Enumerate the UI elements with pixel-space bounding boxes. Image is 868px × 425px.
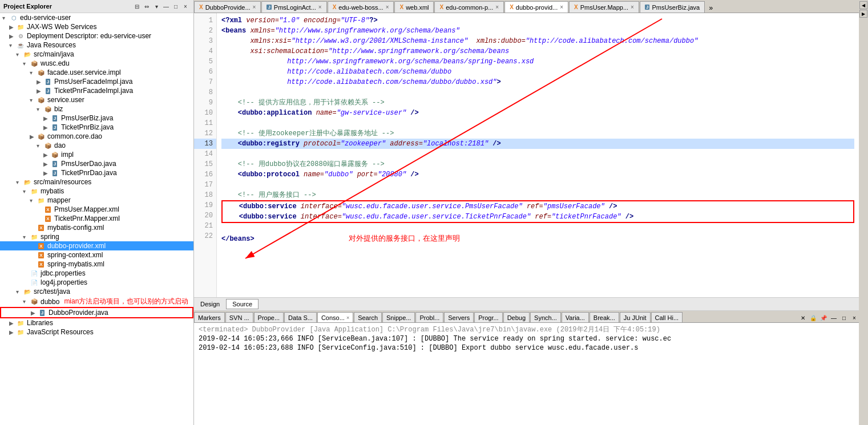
tab-close-button[interactable]: × — [318, 4, 322, 10]
tree-item-service-user[interactable]: ▾ 📦 service.user — [0, 95, 193, 104]
tree-item-dubbo-provider-java[interactable]: ▶ J DubboProvider.java — [0, 307, 193, 318]
tab-svn[interactable]: SVN ... — [225, 312, 253, 322]
tab-problems[interactable]: Probl... — [415, 312, 443, 322]
tab-breakpoints[interactable]: Break... — [590, 312, 619, 322]
tab-label: PmsLoginAct... — [274, 4, 316, 11]
tab-close-button[interactable]: × — [386, 4, 389, 10]
tree-item-ticket-biz[interactable]: ▶ J TicketPnrBiz.java — [0, 123, 193, 132]
tree-arrow: ▶ — [37, 79, 43, 85]
right-btn-1[interactable]: ◀ — [859, 1, 867, 9]
tree-item-spring-context[interactable]: X spring-context.xml — [0, 250, 193, 260]
tree-item-log4j-props[interactable]: 📄 log4j.properties — [0, 278, 193, 287]
tab-overflow-button[interactable]: » — [705, 5, 716, 13]
panel-minimize-button[interactable]: — — [162, 2, 171, 11]
tree-item-facade-user[interactable]: ▾ 📦 facade.user.service.impl — [0, 68, 193, 77]
tree-item-dubbo-pkg[interactable]: ▾ 📦 dubbo mian方法启动项目，也可以别的方式启动 — [0, 296, 193, 307]
tree-item-pms-dao[interactable]: ▶ J PmsUserDao.java — [0, 159, 193, 168]
scroll-lock-button[interactable]: 🔒 — [809, 313, 818, 322]
tree-item-src-main-java[interactable]: ▾ 📂 src/main/java — [0, 50, 193, 59]
tab-dubbo-provider-main[interactable]: X dubbo-provid... × — [504, 1, 568, 13]
tree-label: mapper — [47, 196, 71, 204]
collapse-all-button[interactable]: ⊟ — [132, 2, 142, 11]
console-tab-close[interactable]: × — [346, 315, 349, 321]
line-num-17: 17 — [194, 180, 216, 190]
tree-item-java-resources[interactable]: ▾ ☕ Java Resources — [0, 41, 193, 50]
tree-item-mybatis[interactable]: ▾ 📁 mybatis — [0, 187, 193, 196]
tab-servers[interactable]: Servers — [444, 312, 474, 322]
tab-pms-user-biz[interactable]: J PmsUserBiz.java — [640, 1, 705, 13]
tree-item-pms-biz[interactable]: ▶ J PmsUserBiz.java — [0, 114, 193, 123]
tree-item-ticket-facade-impl[interactable]: ▶ J TicketPnrFacadeImpl.java — [0, 86, 193, 95]
tab-markers[interactable]: Markers — [194, 312, 225, 322]
panel-menu-button[interactable]: ▾ — [152, 2, 161, 11]
tree-item-spring[interactable]: ▾ 📁 spring — [0, 232, 193, 241]
tree-item-dao[interactable]: ▾ 📦 dao — [0, 141, 193, 150]
tab-label: Probl... — [419, 314, 439, 321]
tree-item-edu-service-user[interactable]: ▾ ⬡ edu-service-user — [0, 13, 193, 22]
panel-close-button[interactable]: × — [181, 2, 190, 11]
tree-item-pms-mapper[interactable]: X PmsUser.Mapper.xml — [0, 205, 193, 214]
tab-properties[interactable]: Prope... — [254, 312, 284, 322]
tab-edu-web-boss[interactable]: X edu-web-boss... × — [328, 1, 394, 13]
tree-item-impl-dao[interactable]: ▶ 📦 impl — [0, 150, 193, 159]
tree-item-javascript-resources[interactable]: ▶ 📁 JavaScript Resources — [0, 327, 193, 337]
tree-item-mapper[interactable]: ▾ 📁 mapper — [0, 196, 193, 205]
tree-item-ticket-mapper[interactable]: X TicketPnr.Mapper.xml — [0, 214, 193, 223]
code-line-3: xmlns:xsi="http://www.w3.org/2001/XMLSch… — [221, 36, 854, 46]
xml-icon: X — [43, 214, 53, 222]
tab-call-hierarchy[interactable]: Call Hi... — [651, 312, 683, 322]
right-btn-2[interactable]: ▶ — [859, 10, 867, 18]
tab-snippets[interactable]: Snippe... — [382, 312, 415, 322]
panel-maximize-button[interactable]: □ — [171, 2, 180, 11]
tab-data-source[interactable]: Data S... — [284, 312, 317, 322]
tab-variables[interactable]: Varia... — [562, 312, 589, 322]
tab-edu-common[interactable]: X edu-common-p... × — [434, 1, 504, 13]
code-line-5: http://www.springframework.org/schema/be… — [221, 56, 854, 67]
tree-item-biz[interactable]: ▾ 📦 biz — [0, 104, 193, 114]
minimize-console-button[interactable]: — — [829, 313, 838, 322]
tree-item-deployment[interactable]: ▶ ⚙ Deployment Descriptor: edu-service-u… — [0, 31, 193, 41]
tab-debug[interactable]: Debug — [503, 312, 530, 322]
close-console-button[interactable]: × — [850, 313, 859, 322]
pin-console-button[interactable]: 📌 — [819, 313, 828, 322]
clear-console-button[interactable]: ✕ — [798, 313, 808, 322]
tab-web-xml[interactable]: X web.xml — [394, 1, 434, 13]
tab-close-button[interactable]: × — [631, 4, 634, 10]
tab-junit[interactable]: Ju JUnit — [620, 312, 651, 322]
tab-close-button[interactable]: × — [495, 4, 499, 10]
tree-item-jax-ws[interactable]: ▶ 📁 JAX-WS Web Services — [0, 22, 193, 31]
tree-item-spring-mybatis[interactable]: X spring-mybatis.xml — [0, 260, 193, 269]
tab-pms-user-mapper[interactable]: X PmsUser.Mapp... × — [569, 1, 639, 13]
line-num-19: 19 — [194, 200, 216, 211]
tree-item-src-main-resources[interactable]: ▾ 📂 src/main/resources — [0, 177, 193, 187]
mian-annotation: mian方法启动项目，也可以别的方式启动 — [64, 297, 188, 306]
source-tab[interactable]: Source — [226, 299, 259, 309]
tree-item-common-core-dao[interactable]: ▶ 📦 common.core.dao — [0, 132, 193, 141]
tab-close-button[interactable]: × — [253, 4, 256, 10]
tab-dubbo-provider-1[interactable]: X DubboProvide... × — [194, 1, 261, 13]
tree-item-jdbc-props[interactable]: 📄 jdbc.properties — [0, 269, 193, 278]
tab-close-button[interactable]: × — [560, 4, 563, 10]
tab-label: DubboProvide... — [205, 4, 251, 11]
tab-console[interactable]: Conso... × — [317, 312, 353, 322]
code-line-21 — [221, 223, 854, 233]
tree-item-pms-facade-impl[interactable]: ▶ J PmsUserFacadeImpl.java — [0, 77, 193, 86]
tree-item-dubbo-provider-xml[interactable]: X dubbo-provider.xml — [0, 241, 193, 250]
link-with-editor-button[interactable]: ⇔ — [142, 2, 151, 11]
tab-progress[interactable]: Progr... — [474, 312, 502, 322]
tree-item-src-test-java[interactable]: ▾ 📂 src/test/java — [0, 287, 193, 296]
tree-item-libraries[interactable]: ▶ 📁 Libraries — [0, 318, 193, 327]
tree-item-wusc-edu[interactable]: ▾ 📦 wusc.edu — [0, 59, 193, 68]
tree-arrow: ▾ — [9, 42, 16, 48]
tab-pms-login[interactable]: J PmsLoginAct... × — [261, 1, 326, 13]
code-line-14 — [221, 149, 854, 159]
maximize-console-button[interactable]: □ — [839, 313, 849, 322]
line-num-4: 4 — [194, 46, 216, 56]
tab-synch[interactable]: Synch... — [530, 312, 561, 322]
line-num-14: 14 — [194, 149, 216, 159]
tree-item-mybatis-config[interactable]: X mybatis-config.xml — [0, 223, 193, 232]
package-icon: 📦 — [43, 105, 53, 113]
tree-item-ticket-dao[interactable]: ▶ J TicketPnrDao.java — [0, 168, 193, 177]
design-tab[interactable]: Design — [194, 299, 226, 309]
tab-search[interactable]: Search — [354, 312, 382, 322]
